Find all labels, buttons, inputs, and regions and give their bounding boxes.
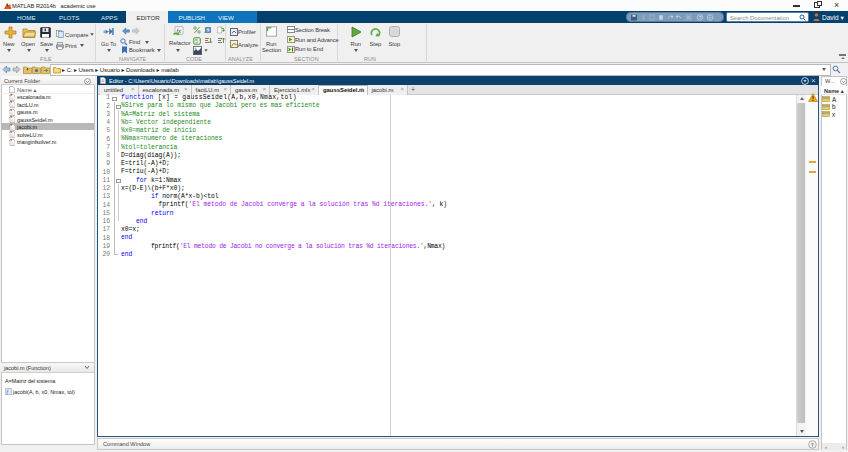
svg-text:?: ? [699, 14, 702, 20]
svg-text:5: 5 [195, 38, 198, 44]
svg-text:fx: fx [177, 28, 182, 34]
